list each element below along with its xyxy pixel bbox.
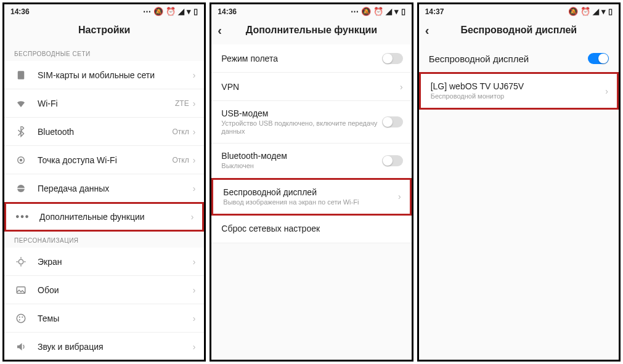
device-name: [LG] webOS TV UJ675V [431,81,606,91]
label: Темы [38,313,193,323]
row-wifi[interactable]: Wi-Fi ZTE › [4,89,204,118]
chevron-right-icon: › [193,285,196,295]
page-title: ‹ Беспроводной дисплей [419,18,619,44]
row-themes[interactable]: Темы › [4,304,204,333]
chevron-right-icon: › [193,257,196,267]
sublabel: Устройство USB подключено, включите пере… [221,119,381,135]
list-additional: Режим полета VPN › USB-модем Устройство … [211,44,411,243]
brightness-icon [13,256,29,267]
label: USB-модем [221,108,381,118]
status-icons: ⋯ 🔕 ⏰ ◢ ▾ ▯ [143,7,198,16]
bell-off-icon: 🔕 [568,7,578,16]
row-bluetooth-modem[interactable]: Bluetooth-модем Выключен [211,144,411,178]
bell-off-icon: 🔕 [153,7,163,16]
data-icon [13,183,29,194]
hotspot-icon [13,155,29,166]
page-title: Настройки [4,18,204,44]
chevron-right-icon: › [193,70,196,80]
chevron-right-icon: › [193,184,196,193]
chevron-right-icon: › [193,127,196,137]
sim-icon [13,70,29,81]
toggle-label: Беспроводной дисплей [429,54,529,64]
value: Откл [172,127,189,136]
airplane-toggle[interactable] [382,53,403,64]
signal-icon: ◢ [386,7,392,16]
page-title: ‹ Дополнительные функции [211,18,411,44]
phone-screen-2: 14:36 ⋯ 🔕 ⏰ ◢ ▾ ▯ ‹ Дополнительные функц… [210,2,413,362]
bell-off-icon: 🔕 [361,7,371,16]
svg-rect-0 [18,71,25,79]
status-bar: 14:36 ⋯ 🔕 ⏰ ◢ ▾ ▯ [4,4,204,18]
svg-point-7 [17,314,25,323]
status-icons: 🔕 ⏰ ◢ ▾ ▯ [568,7,613,16]
row-display[interactable]: Экран › [4,248,204,276]
sublabel: Выключен [221,162,381,170]
battery-icon: ▯ [193,7,198,16]
svg-rect-4 [17,188,25,189]
title-text: Беспроводной дисплей [461,25,577,36]
bluetooth-icon [13,126,29,137]
label: SIM-карты и мобильные сети [38,70,193,80]
back-button[interactable]: ‹ [425,24,430,36]
row-sim-cards[interactable]: SIM-карты и мобильные сети › [4,61,204,89]
row-sound[interactable]: Звук и вибрация › [4,333,204,361]
back-button[interactable]: ‹ [218,24,222,36]
chevron-right-icon: › [605,86,608,96]
row-network-reset[interactable]: Сброс сетевых настроек [211,215,411,243]
title-text: Дополнительные функции [246,25,377,36]
more-icon: ⋯ [143,7,151,16]
wifi-icon: ▾ [394,7,399,16]
chevron-right-icon: › [193,313,196,323]
row-wireless-display[interactable]: Беспроводной дисплей Вывод изображения н… [211,178,411,216]
signal-icon: ◢ [178,7,184,16]
label: Точка доступа Wi-Fi [38,155,172,165]
label: Сброс сетевых настроек [221,224,402,233]
section-wireless: БЕСПРОВОДНЫЕ СЕТИ [4,44,204,61]
battery-icon: ▯ [401,7,405,16]
label: Bluetooth-модем [221,151,381,161]
device-list: [LG] webOS TV UJ675V Беспроводной монито… [419,73,619,109]
row-data-usage[interactable]: Передача данных › [4,174,204,203]
chevron-right-icon: › [400,82,403,92]
phone-screen-1: 14:36 ⋯ 🔕 ⏰ ◢ ▾ ▯ Настройки БЕСПРОВОДНЫЕ… [2,2,206,362]
label: Обои [38,285,193,295]
label: Экран [38,257,193,267]
label: Беспроводной дисплей [223,187,398,197]
palette-icon [13,313,29,324]
clock: 14:36 [10,7,30,16]
wireless-display-toggle[interactable] [588,53,609,64]
chevron-right-icon: › [193,155,196,165]
bt-modem-toggle[interactable] [382,155,403,166]
alarm-icon: ⏰ [373,7,383,16]
label: VPN [221,82,400,92]
chevron-right-icon: › [193,342,196,352]
row-wallpaper[interactable]: Обои › [4,276,204,304]
svg-point-5 [18,259,23,264]
row-airplane-mode[interactable]: Режим полета [211,44,411,73]
row-additional-functions[interactable]: ••• Дополнительные функции › [4,202,204,232]
signal-icon: ◢ [593,7,599,16]
image-icon [13,285,29,296]
svg-point-10 [19,319,20,320]
status-bar: 14:36 ⋯ 🔕 ⏰ ◢ ▾ ▯ [211,4,411,18]
svg-point-8 [19,316,20,317]
row-bluetooth[interactable]: Bluetooth Откл › [4,118,204,146]
row-vpn[interactable]: VPN › [211,73,411,101]
chevron-right-icon: › [191,212,194,222]
list-personalization: Экран › Обои › Темы › Звук и вибрация › [4,248,204,361]
battery-icon: ▯ [608,7,613,16]
alarm-icon: ⏰ [580,7,590,16]
row-device-lg-tv[interactable]: [LG] webOS TV UJ675V Беспроводной монито… [419,72,619,110]
section-personalization: ПЕРСОНАЛИЗАЦИЯ [4,231,204,248]
status-bar: 14:37 🔕 ⏰ ◢ ▾ ▯ [419,4,619,18]
wifi-icon: ▾ [187,7,191,16]
title-text: Настройки [78,25,130,36]
chevron-right-icon: › [193,99,196,108]
svg-point-1 [20,158,23,161]
label: Режим полета [221,54,381,63]
usb-modem-toggle[interactable] [382,116,403,127]
row-usb-modem[interactable]: USB-модем Устройство USB подключено, вкл… [211,101,411,144]
svg-point-9 [22,316,23,317]
row-hotspot[interactable]: Точка доступа Wi-Fi Откл › [4,146,204,174]
phone-screen-3: 14:37 🔕 ⏰ ◢ ▾ ▯ ‹ Беспроводной дисплей Б… [417,2,621,362]
